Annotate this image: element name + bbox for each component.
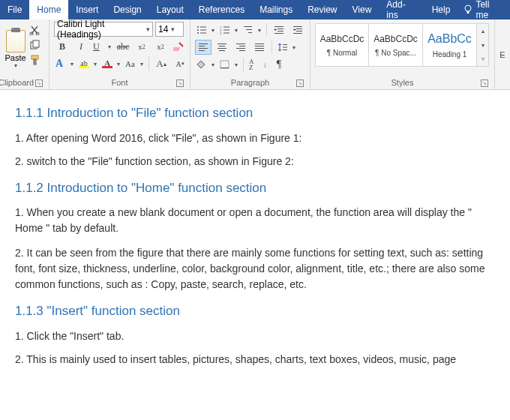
borders-button[interactable]: ▾ [218, 57, 239, 72]
cut-button[interactable] [29, 25, 43, 37]
tab-view[interactable]: View [345, 0, 380, 20]
clipboard-dialog-launcher[interactable]: ↘ [35, 80, 43, 87]
tab-file[interactable]: File [0, 0, 29, 20]
styles-dialog-launcher[interactable]: ↘ [481, 80, 488, 87]
tab-design[interactable]: Design [106, 0, 148, 20]
line-spacing-button[interactable]: ▾ [276, 40, 297, 55]
tab-home[interactable]: Home [29, 0, 68, 20]
editing-label-partial: E [500, 50, 505, 59]
copy-button[interactable] [29, 40, 43, 52]
paragraph[interactable]: 2. This is mainly used to insert tables,… [15, 352, 495, 368]
bold-button[interactable]: B [54, 39, 70, 54]
svg-rect-14 [200, 33, 206, 34]
svg-rect-33 [199, 46, 205, 46]
font-size-combo[interactable]: 14▾ [155, 22, 184, 37]
tab-insert[interactable]: Insert [68, 0, 106, 20]
svg-rect-5 [33, 40, 39, 47]
sort-button[interactable]: AZ↓ [248, 57, 268, 72]
tab-mailings[interactable]: Mailings [252, 0, 300, 20]
text-effects-button[interactable]: A▾ [54, 56, 75, 71]
svg-point-0 [465, 5, 471, 11]
tell-me[interactable]: Tell me [458, 0, 510, 20]
paragraph[interactable]: 2. It can be seen from the figure that t… [15, 245, 495, 292]
svg-rect-25 [278, 28, 284, 29]
svg-rect-35 [199, 50, 205, 51]
style-preview: AaBbCc [428, 32, 472, 46]
style-no-spacing[interactable]: AaBbCcDc ¶ No Spac... [369, 23, 423, 67]
group-label-paragraph: Paragraph↘ [195, 76, 305, 89]
paragraph[interactable]: 2. switch to the "File" function section… [15, 154, 495, 170]
font-dialog-launcher[interactable]: ↘ [176, 80, 184, 87]
change-case-button[interactable]: Aa▾ [124, 56, 145, 71]
svg-rect-29 [296, 28, 302, 29]
tab-addins[interactable]: Add-ins [379, 0, 424, 20]
shrink-font-button[interactable]: A▾ [172, 56, 188, 71]
styles-scroll-down[interactable]: ▾ [477, 38, 488, 52]
menu-bar: File Home Insert Design Layout Reference… [0, 0, 510, 20]
svg-point-11 [197, 29, 199, 31]
svg-rect-46 [255, 48, 264, 49]
group-editing-partial: E [495, 20, 510, 89]
align-right-button[interactable] [232, 40, 249, 55]
group-label-clipboard: Clipboard↘ [4, 76, 44, 89]
svg-point-9 [197, 26, 199, 28]
group-styles: AaBbCcDc ¶ Normal AaBbCcDc ¶ No Spac... … [310, 20, 495, 89]
group-font: Calibri Light (Headings)▾ 14▾ B I U▾ abc… [50, 20, 190, 89]
shading-button[interactable]: ▾ [195, 57, 216, 72]
paragraph-dialog-launcher[interactable]: ↘ [296, 80, 304, 87]
style-heading-1[interactable]: AaBbCc Heading 1 [423, 23, 477, 67]
style-normal[interactable]: AaBbCcDc ¶ Normal [315, 23, 369, 67]
heading-1-1-3[interactable]: 1.1.3 "Insert" function section [15, 302, 495, 321]
clear-formatting-button[interactable] [171, 39, 188, 54]
svg-rect-6 [32, 56, 38, 59]
lightbulb-icon [464, 4, 472, 15]
document-body[interactable]: 1.1.1 Introduction to "File" function se… [0, 90, 510, 368]
italic-button[interactable]: I [73, 39, 89, 54]
align-center-button[interactable] [214, 40, 230, 55]
svg-rect-20 [224, 33, 230, 34]
tab-layout[interactable]: Layout [149, 0, 191, 20]
multilevel-list-button[interactable]: ▾ [242, 22, 262, 38]
paragraph[interactable]: 1. After opening Word 2016, click "File"… [15, 130, 495, 146]
font-name-combo[interactable]: Calibri Light (Headings)▾ [54, 22, 153, 37]
paste-icon[interactable] [6, 30, 26, 52]
svg-rect-1 [467, 11, 470, 14]
styles-gallery-scroll: ▴ ▾ ▿ [477, 23, 489, 67]
svg-rect-32 [199, 44, 208, 44]
style-preview: AaBbCcDc [320, 34, 364, 44]
align-left-button[interactable] [195, 40, 212, 55]
format-painter-button[interactable] [29, 55, 43, 67]
svg-rect-12 [200, 30, 206, 31]
tab-help[interactable]: Help [424, 0, 458, 20]
style-name-label: ¶ No Spac... [375, 49, 416, 57]
numbering-button[interactable]: 123▾ [218, 22, 239, 38]
underline-button[interactable]: U▾ [92, 39, 112, 54]
increase-indent-button[interactable] [290, 22, 306, 38]
svg-rect-10 [200, 27, 206, 28]
separator [243, 58, 244, 71]
tab-references[interactable]: References [191, 0, 252, 20]
paste-dropdown[interactable]: ▾ [14, 62, 17, 69]
superscript-button[interactable]: x2 [152, 39, 169, 54]
styles-scroll-up[interactable]: ▴ [477, 24, 488, 38]
grow-font-button[interactable]: A▴ [153, 56, 170, 71]
subscript-button[interactable]: x2 [134, 39, 150, 54]
paragraph[interactable]: 1. Click the "Insert" tab. [15, 328, 495, 344]
svg-rect-37 [219, 46, 225, 46]
font-color-button[interactable]: A▾ [100, 56, 122, 71]
bullets-button[interactable]: ▾ [195, 22, 216, 38]
heading-1-1-2[interactable]: 1.1.2 Introduction to "Home" function se… [15, 178, 495, 198]
styles-expand[interactable]: ▿ [477, 52, 488, 66]
svg-rect-30 [296, 31, 302, 32]
justify-button[interactable] [251, 40, 268, 55]
decrease-indent-button[interactable] [271, 22, 287, 38]
strikethrough-button[interactable]: abc [115, 39, 131, 54]
paste-button[interactable]: Paste [4, 53, 26, 62]
svg-rect-34 [199, 48, 208, 49]
svg-rect-40 [236, 44, 245, 44]
highlight-button[interactable]: ab▾ [77, 56, 98, 71]
tab-review[interactable]: Review [300, 0, 344, 20]
heading-1-1-1[interactable]: 1.1.1 Introduction to "File" function se… [15, 104, 495, 123]
paragraph[interactable]: 1. When you create a new blank document … [15, 205, 495, 236]
show-hide-button[interactable]: ¶ [271, 57, 287, 72]
